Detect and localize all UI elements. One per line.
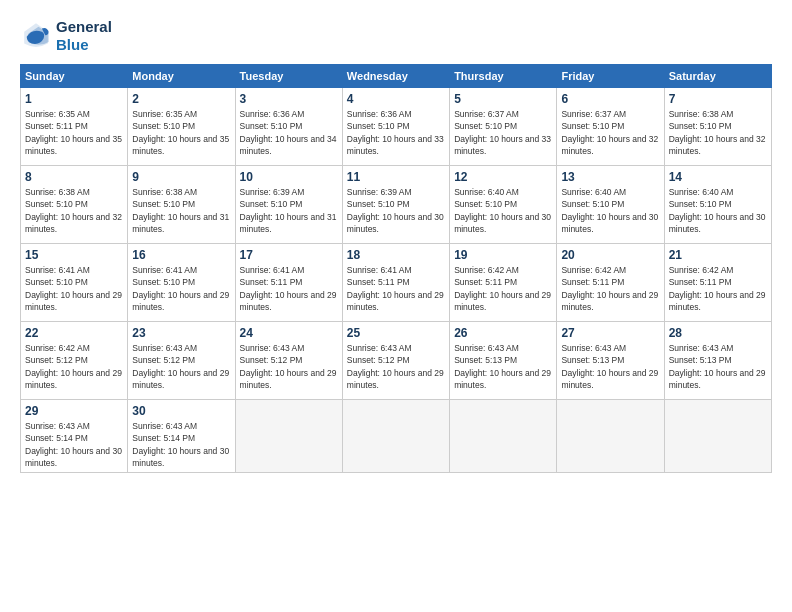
calendar-cell: 22 Sunrise: 6:42 AM Sunset: 5:12 PM Dayl… (21, 322, 128, 400)
day-info: Sunrise: 6:35 AM Sunset: 5:11 PM Dayligh… (25, 108, 123, 157)
day-info: Sunrise: 6:42 AM Sunset: 5:11 PM Dayligh… (454, 264, 552, 313)
logo-name-bottom: Blue (56, 36, 112, 54)
day-number: 29 (25, 404, 123, 418)
calendar-week-row: 8 Sunrise: 6:38 AM Sunset: 5:10 PM Dayli… (21, 166, 772, 244)
calendar-cell: 9 Sunrise: 6:38 AM Sunset: 5:10 PM Dayli… (128, 166, 235, 244)
day-info: Sunrise: 6:40 AM Sunset: 5:10 PM Dayligh… (454, 186, 552, 235)
day-number: 20 (561, 248, 659, 262)
calendar-cell: 23 Sunrise: 6:43 AM Sunset: 5:12 PM Dayl… (128, 322, 235, 400)
day-info: Sunrise: 6:41 AM Sunset: 5:11 PM Dayligh… (240, 264, 338, 313)
calendar-cell: 19 Sunrise: 6:42 AM Sunset: 5:11 PM Dayl… (450, 244, 557, 322)
calendar-table: SundayMondayTuesdayWednesdayThursdayFrid… (20, 64, 772, 473)
calendar-week-row: 1 Sunrise: 6:35 AM Sunset: 5:11 PM Dayli… (21, 88, 772, 166)
day-number: 3 (240, 92, 338, 106)
calendar-week-row: 22 Sunrise: 6:42 AM Sunset: 5:12 PM Dayl… (21, 322, 772, 400)
day-info: Sunrise: 6:41 AM Sunset: 5:10 PM Dayligh… (132, 264, 230, 313)
day-number: 11 (347, 170, 445, 184)
calendar-cell: 1 Sunrise: 6:35 AM Sunset: 5:11 PM Dayli… (21, 88, 128, 166)
day-info: Sunrise: 6:39 AM Sunset: 5:10 PM Dayligh… (240, 186, 338, 235)
day-number: 19 (454, 248, 552, 262)
calendar-cell: 25 Sunrise: 6:43 AM Sunset: 5:12 PM Dayl… (342, 322, 449, 400)
day-info: Sunrise: 6:42 AM Sunset: 5:12 PM Dayligh… (25, 342, 123, 391)
day-info: Sunrise: 6:37 AM Sunset: 5:10 PM Dayligh… (454, 108, 552, 157)
calendar-cell: 3 Sunrise: 6:36 AM Sunset: 5:10 PM Dayli… (235, 88, 342, 166)
calendar-week-row: 29 Sunrise: 6:43 AM Sunset: 5:14 PM Dayl… (21, 400, 772, 473)
calendar-cell: 14 Sunrise: 6:40 AM Sunset: 5:10 PM Dayl… (664, 166, 771, 244)
calendar-cell: 24 Sunrise: 6:43 AM Sunset: 5:12 PM Dayl… (235, 322, 342, 400)
day-info: Sunrise: 6:43 AM Sunset: 5:12 PM Dayligh… (132, 342, 230, 391)
day-number: 24 (240, 326, 338, 340)
day-number: 26 (454, 326, 552, 340)
day-header-sunday: Sunday (21, 65, 128, 88)
day-info: Sunrise: 6:43 AM Sunset: 5:13 PM Dayligh… (454, 342, 552, 391)
day-number: 4 (347, 92, 445, 106)
calendar-cell (557, 400, 664, 473)
calendar-cell (342, 400, 449, 473)
calendar-cell: 6 Sunrise: 6:37 AM Sunset: 5:10 PM Dayli… (557, 88, 664, 166)
calendar-cell: 27 Sunrise: 6:43 AM Sunset: 5:13 PM Dayl… (557, 322, 664, 400)
day-header-monday: Monday (128, 65, 235, 88)
day-number: 13 (561, 170, 659, 184)
day-info: Sunrise: 6:43 AM Sunset: 5:13 PM Dayligh… (669, 342, 767, 391)
calendar-cell: 16 Sunrise: 6:41 AM Sunset: 5:10 PM Dayl… (128, 244, 235, 322)
calendar-cell: 2 Sunrise: 6:35 AM Sunset: 5:10 PM Dayli… (128, 88, 235, 166)
day-number: 1 (25, 92, 123, 106)
calendar-cell: 7 Sunrise: 6:38 AM Sunset: 5:10 PM Dayli… (664, 88, 771, 166)
day-number: 30 (132, 404, 230, 418)
day-number: 6 (561, 92, 659, 106)
calendar-cell: 4 Sunrise: 6:36 AM Sunset: 5:10 PM Dayli… (342, 88, 449, 166)
page: General Blue SundayMondayTuesdayWednesda… (0, 0, 792, 612)
day-info: Sunrise: 6:41 AM Sunset: 5:10 PM Dayligh… (25, 264, 123, 313)
day-number: 17 (240, 248, 338, 262)
day-number: 5 (454, 92, 552, 106)
calendar-cell: 12 Sunrise: 6:40 AM Sunset: 5:10 PM Dayl… (450, 166, 557, 244)
day-info: Sunrise: 6:42 AM Sunset: 5:11 PM Dayligh… (669, 264, 767, 313)
day-number: 28 (669, 326, 767, 340)
day-header-thursday: Thursday (450, 65, 557, 88)
calendar-cell: 26 Sunrise: 6:43 AM Sunset: 5:13 PM Dayl… (450, 322, 557, 400)
day-header-saturday: Saturday (664, 65, 771, 88)
day-info: Sunrise: 6:36 AM Sunset: 5:10 PM Dayligh… (240, 108, 338, 157)
calendar-cell: 17 Sunrise: 6:41 AM Sunset: 5:11 PM Dayl… (235, 244, 342, 322)
day-info: Sunrise: 6:39 AM Sunset: 5:10 PM Dayligh… (347, 186, 445, 235)
day-number: 25 (347, 326, 445, 340)
calendar-cell: 8 Sunrise: 6:38 AM Sunset: 5:10 PM Dayli… (21, 166, 128, 244)
calendar-cell: 20 Sunrise: 6:42 AM Sunset: 5:11 PM Dayl… (557, 244, 664, 322)
calendar-cell: 28 Sunrise: 6:43 AM Sunset: 5:13 PM Dayl… (664, 322, 771, 400)
calendar-cell: 13 Sunrise: 6:40 AM Sunset: 5:10 PM Dayl… (557, 166, 664, 244)
day-info: Sunrise: 6:38 AM Sunset: 5:10 PM Dayligh… (25, 186, 123, 235)
day-number: 22 (25, 326, 123, 340)
day-info: Sunrise: 6:38 AM Sunset: 5:10 PM Dayligh… (132, 186, 230, 235)
logo: General Blue (20, 18, 112, 54)
header: General Blue (20, 18, 772, 54)
day-header-friday: Friday (557, 65, 664, 88)
day-header-wednesday: Wednesday (342, 65, 449, 88)
calendar-cell (235, 400, 342, 473)
day-info: Sunrise: 6:43 AM Sunset: 5:12 PM Dayligh… (347, 342, 445, 391)
calendar-week-row: 15 Sunrise: 6:41 AM Sunset: 5:10 PM Dayl… (21, 244, 772, 322)
day-number: 2 (132, 92, 230, 106)
day-number: 10 (240, 170, 338, 184)
calendar-cell: 21 Sunrise: 6:42 AM Sunset: 5:11 PM Dayl… (664, 244, 771, 322)
calendar-cell (450, 400, 557, 473)
day-info: Sunrise: 6:43 AM Sunset: 5:13 PM Dayligh… (561, 342, 659, 391)
day-info: Sunrise: 6:43 AM Sunset: 5:12 PM Dayligh… (240, 342, 338, 391)
day-info: Sunrise: 6:36 AM Sunset: 5:10 PM Dayligh… (347, 108, 445, 157)
day-number: 21 (669, 248, 767, 262)
calendar-cell: 5 Sunrise: 6:37 AM Sunset: 5:10 PM Dayli… (450, 88, 557, 166)
calendar-cell: 30 Sunrise: 6:43 AM Sunset: 5:14 PM Dayl… (128, 400, 235, 473)
calendar-cell: 18 Sunrise: 6:41 AM Sunset: 5:11 PM Dayl… (342, 244, 449, 322)
day-number: 15 (25, 248, 123, 262)
calendar-cell (664, 400, 771, 473)
day-number: 8 (25, 170, 123, 184)
day-info: Sunrise: 6:41 AM Sunset: 5:11 PM Dayligh… (347, 264, 445, 313)
day-info: Sunrise: 6:37 AM Sunset: 5:10 PM Dayligh… (561, 108, 659, 157)
day-number: 9 (132, 170, 230, 184)
day-info: Sunrise: 6:43 AM Sunset: 5:14 PM Dayligh… (132, 420, 230, 469)
day-number: 27 (561, 326, 659, 340)
calendar-cell: 10 Sunrise: 6:39 AM Sunset: 5:10 PM Dayl… (235, 166, 342, 244)
day-info: Sunrise: 6:40 AM Sunset: 5:10 PM Dayligh… (669, 186, 767, 235)
day-number: 14 (669, 170, 767, 184)
day-info: Sunrise: 6:35 AM Sunset: 5:10 PM Dayligh… (132, 108, 230, 157)
day-info: Sunrise: 6:42 AM Sunset: 5:11 PM Dayligh… (561, 264, 659, 313)
